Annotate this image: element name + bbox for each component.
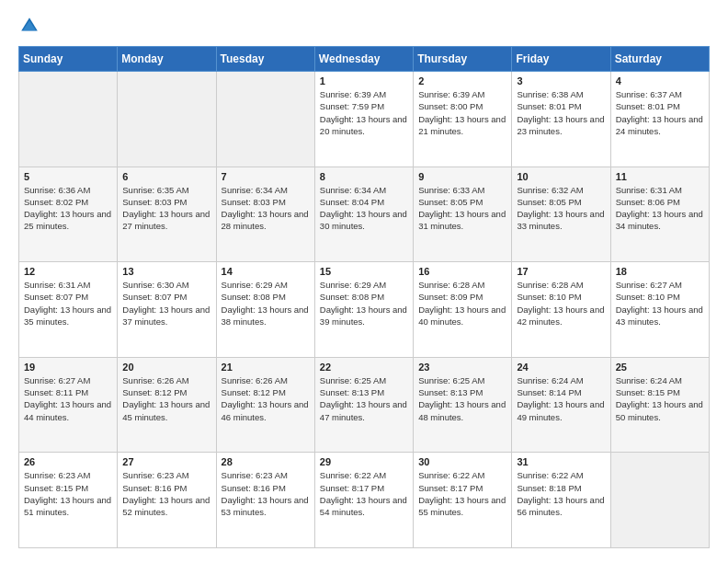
calendar-cell: 14Sunrise: 6:29 AMSunset: 8:08 PMDayligh… [216,262,314,358]
col-header-sunday: Sunday [19,47,118,72]
day-info: Sunrise: 6:37 AMSunset: 8:01 PMDaylight:… [616,88,704,137]
calendar-cell: 24Sunrise: 6:24 AMSunset: 8:14 PMDayligh… [512,357,610,453]
day-info: Sunrise: 6:27 AMSunset: 8:11 PMDaylight:… [24,374,112,423]
day-info: Sunrise: 6:30 AMSunset: 8:07 PMDaylight:… [122,279,210,327]
calendar-cell: 25Sunrise: 6:24 AMSunset: 8:15 PMDayligh… [610,357,709,453]
day-number: 24 [517,362,605,373]
day-info: Sunrise: 6:22 AMSunset: 8:17 PMDaylight:… [418,469,506,518]
day-info: Sunrise: 6:32 AMSunset: 8:05 PMDaylight:… [517,184,605,233]
day-info: Sunrise: 6:25 AMSunset: 8:13 PMDaylight:… [320,374,408,423]
day-info: Sunrise: 6:26 AMSunset: 8:12 PMDaylight:… [122,374,210,423]
calendar-cell: 10Sunrise: 6:32 AMSunset: 8:05 PMDayligh… [512,167,610,262]
calendar-cell: 2Sunrise: 6:39 AMSunset: 8:00 PMDaylight… [414,72,512,167]
logo-icon [18,15,40,37]
col-header-tuesday: Tuesday [216,47,314,72]
day-number: 25 [616,362,704,373]
day-info: Sunrise: 6:39 AMSunset: 8:00 PMDaylight:… [418,88,506,137]
day-number: 28 [222,456,310,467]
day-info: Sunrise: 6:34 AMSunset: 8:04 PMDaylight:… [320,184,408,233]
day-number: 9 [418,171,506,182]
calendar-cell: 13Sunrise: 6:30 AMSunset: 8:07 PMDayligh… [118,262,216,358]
day-info: Sunrise: 6:22 AMSunset: 8:17 PMDaylight:… [320,469,408,518]
day-info: Sunrise: 6:36 AMSunset: 8:02 PMDaylight:… [24,184,112,233]
day-info: Sunrise: 6:29 AMSunset: 8:08 PMDaylight:… [320,279,408,327]
day-info: Sunrise: 6:24 AMSunset: 8:14 PMDaylight:… [517,374,605,423]
day-number: 18 [616,266,704,277]
calendar-cell: 22Sunrise: 6:25 AMSunset: 8:13 PMDayligh… [314,357,413,453]
day-number: 20 [122,362,210,373]
calendar-cell: 19Sunrise: 6:27 AMSunset: 8:11 PMDayligh… [19,357,118,453]
calendar-cell: 27Sunrise: 6:23 AMSunset: 8:16 PMDayligh… [118,453,216,548]
day-info: Sunrise: 6:25 AMSunset: 8:13 PMDaylight:… [418,374,506,423]
calendar-cell: 15Sunrise: 6:29 AMSunset: 8:08 PMDayligh… [314,262,413,358]
day-number: 15 [320,266,408,277]
day-info: Sunrise: 6:33 AMSunset: 8:05 PMDaylight:… [418,184,506,233]
day-info: Sunrise: 6:23 AMSunset: 8:16 PMDaylight:… [122,469,210,518]
col-header-wednesday: Wednesday [314,47,413,72]
day-info: Sunrise: 6:28 AMSunset: 8:10 PMDaylight:… [517,279,605,327]
calendar-cell: 31Sunrise: 6:22 AMSunset: 8:18 PMDayligh… [512,453,610,548]
day-number: 6 [122,171,210,182]
calendar-cell: 28Sunrise: 6:23 AMSunset: 8:16 PMDayligh… [216,453,314,548]
calendar-cell: 18Sunrise: 6:27 AMSunset: 8:10 PMDayligh… [610,262,709,358]
calendar-cell: 23Sunrise: 6:25 AMSunset: 8:13 PMDayligh… [414,357,512,453]
logo [18,15,44,37]
calendar-cell: 20Sunrise: 6:26 AMSunset: 8:12 PMDayligh… [118,357,216,453]
calendar-cell: 8Sunrise: 6:34 AMSunset: 8:04 PMDaylight… [314,167,413,262]
day-number: 8 [320,171,408,182]
calendar-cell: 17Sunrise: 6:28 AMSunset: 8:10 PMDayligh… [512,262,610,358]
day-number: 2 [418,75,506,86]
day-number: 3 [517,75,605,86]
calendar-cell: 29Sunrise: 6:22 AMSunset: 8:17 PMDayligh… [314,453,413,548]
col-header-monday: Monday [118,47,216,72]
day-info: Sunrise: 6:26 AMSunset: 8:12 PMDaylight:… [222,374,310,423]
day-info: Sunrise: 6:31 AMSunset: 8:06 PMDaylight:… [616,184,704,233]
calendar-cell [216,72,314,167]
day-info: Sunrise: 6:38 AMSunset: 8:01 PMDaylight:… [517,88,605,137]
day-number: 16 [418,266,506,277]
day-info: Sunrise: 6:39 AMSunset: 7:59 PMDaylight:… [320,88,408,137]
calendar-cell: 7Sunrise: 6:34 AMSunset: 8:03 PMDaylight… [216,167,314,262]
day-number: 26 [24,456,112,467]
day-info: Sunrise: 6:34 AMSunset: 8:03 PMDaylight:… [222,184,310,233]
calendar-cell: 26Sunrise: 6:23 AMSunset: 8:15 PMDayligh… [19,453,118,548]
calendar-cell: 4Sunrise: 6:37 AMSunset: 8:01 PMDaylight… [610,72,709,167]
day-number: 21 [222,362,310,373]
day-number: 4 [616,75,704,86]
col-header-friday: Friday [512,47,610,72]
calendar-cell: 9Sunrise: 6:33 AMSunset: 8:05 PMDaylight… [414,167,512,262]
day-number: 7 [222,171,310,182]
day-info: Sunrise: 6:28 AMSunset: 8:09 PMDaylight:… [418,279,506,327]
day-number: 13 [122,266,210,277]
day-info: Sunrise: 6:29 AMSunset: 8:08 PMDaylight:… [222,279,310,327]
calendar-cell: 12Sunrise: 6:31 AMSunset: 8:07 PMDayligh… [19,262,118,358]
day-number: 14 [222,266,310,277]
page: SundayMondayTuesdayWednesdayThursdayFrid… [0,0,728,563]
calendar-table: SundayMondayTuesdayWednesdayThursdayFrid… [18,46,710,548]
day-number: 22 [320,362,408,373]
day-number: 12 [24,266,112,277]
header [18,15,710,37]
day-info: Sunrise: 6:27 AMSunset: 8:10 PMDaylight:… [616,279,704,327]
calendar-cell [118,72,216,167]
calendar-cell: 16Sunrise: 6:28 AMSunset: 8:09 PMDayligh… [414,262,512,358]
day-number: 29 [320,456,408,467]
calendar-cell: 6Sunrise: 6:35 AMSunset: 8:03 PMDaylight… [118,167,216,262]
day-number: 27 [122,456,210,467]
day-info: Sunrise: 6:24 AMSunset: 8:15 PMDaylight:… [616,374,704,423]
calendar-cell: 21Sunrise: 6:26 AMSunset: 8:12 PMDayligh… [216,357,314,453]
calendar-cell: 30Sunrise: 6:22 AMSunset: 8:17 PMDayligh… [414,453,512,548]
day-number: 19 [24,362,112,373]
day-number: 30 [418,456,506,467]
day-number: 23 [418,362,506,373]
calendar-cell [19,72,118,167]
day-info: Sunrise: 6:31 AMSunset: 8:07 PMDaylight:… [24,279,112,327]
day-info: Sunrise: 6:22 AMSunset: 8:18 PMDaylight:… [517,469,605,518]
calendar-cell: 3Sunrise: 6:38 AMSunset: 8:01 PMDaylight… [512,72,610,167]
day-number: 11 [616,171,704,182]
col-header-saturday: Saturday [610,47,709,72]
day-number: 31 [517,456,605,467]
day-info: Sunrise: 6:35 AMSunset: 8:03 PMDaylight:… [122,184,210,233]
calendar-cell [610,453,709,548]
day-info: Sunrise: 6:23 AMSunset: 8:15 PMDaylight:… [24,469,112,518]
